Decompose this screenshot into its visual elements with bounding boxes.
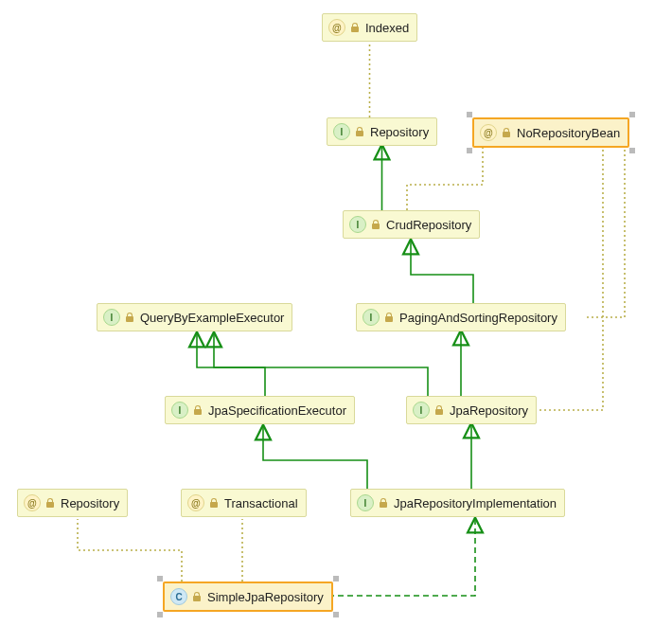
interface-icon: I xyxy=(333,123,350,140)
node-label: Repository xyxy=(370,125,429,139)
lock-icon xyxy=(384,313,395,323)
node-crudRepo[interactable]: ICrudRepository xyxy=(343,210,480,239)
annotation-icon: @ xyxy=(187,494,204,511)
lock-icon xyxy=(379,498,389,509)
selection-handle[interactable] xyxy=(333,612,339,617)
lock-icon xyxy=(192,592,203,602)
interface-icon: I xyxy=(357,494,374,511)
lock-icon xyxy=(209,498,220,509)
interface-icon: I xyxy=(349,216,366,233)
selection-handle[interactable] xyxy=(467,112,472,117)
node-label: Indexed xyxy=(365,21,409,35)
node-repository_i[interactable]: IRepository xyxy=(327,117,437,146)
edge xyxy=(587,148,625,317)
node-repository_a[interactable]: @Repository xyxy=(17,489,128,517)
edge xyxy=(197,333,265,396)
edge xyxy=(407,148,483,210)
interface-icon: I xyxy=(103,309,120,326)
interface-icon: I xyxy=(363,309,380,326)
node-transactional[interactable]: @Transactional xyxy=(181,489,307,517)
node-noRepoBean[interactable]: @NoRepositoryBean xyxy=(472,117,629,148)
node-label: CrudRepository xyxy=(386,218,471,232)
node-simpleJpa[interactable]: CSimpleJpaRepository xyxy=(163,581,333,612)
node-jpaRepo[interactable]: IJpaRepository xyxy=(406,396,537,424)
node-label: Transactional xyxy=(224,496,298,510)
node-label: PagingAndSortingRepository xyxy=(399,311,557,325)
node-qbe[interactable]: IQueryByExampleExecutor xyxy=(97,303,292,331)
class-icon: C xyxy=(170,588,187,605)
lock-icon xyxy=(125,313,135,323)
edge xyxy=(78,519,182,581)
selection-handle[interactable] xyxy=(467,148,472,153)
node-label: JpaRepositoryImplementation xyxy=(394,496,557,510)
edge xyxy=(411,241,473,303)
edge xyxy=(263,426,367,489)
node-jpaRepoImpl[interactable]: IJpaRepositoryImplementation xyxy=(350,489,565,517)
node-label: Repository xyxy=(61,496,119,510)
annotation-icon: @ xyxy=(328,19,345,36)
lock-icon xyxy=(434,405,445,416)
node-label: SimpleJpaRepository xyxy=(207,590,324,604)
lock-icon xyxy=(193,405,203,416)
selection-handle[interactable] xyxy=(157,612,163,617)
node-pasRepo[interactable]: IPagingAndSortingRepository xyxy=(356,303,566,331)
selection-handle[interactable] xyxy=(157,576,163,581)
lock-icon xyxy=(355,127,365,137)
node-label: QueryByExampleExecutor xyxy=(140,311,284,325)
edge xyxy=(539,148,603,410)
node-label: JpaSpecificationExecutor xyxy=(208,403,346,418)
annotation-icon: @ xyxy=(480,124,497,141)
node-jpaSpec[interactable]: IJpaSpecificationExecutor xyxy=(165,396,355,424)
lock-icon xyxy=(350,23,361,33)
interface-icon: I xyxy=(413,402,430,419)
node-label: JpaRepository xyxy=(450,403,528,418)
selection-handle[interactable] xyxy=(629,148,635,153)
lock-icon xyxy=(502,128,512,138)
lock-icon xyxy=(371,220,381,230)
selection-handle[interactable] xyxy=(333,576,339,581)
interface-icon: I xyxy=(171,402,188,419)
node-indexed[interactable]: @Indexed xyxy=(322,13,417,42)
annotation-icon: @ xyxy=(24,494,41,511)
edge xyxy=(214,333,428,396)
node-label: NoRepositoryBean xyxy=(517,126,620,140)
selection-handle[interactable] xyxy=(629,112,635,117)
lock-icon xyxy=(45,498,56,509)
